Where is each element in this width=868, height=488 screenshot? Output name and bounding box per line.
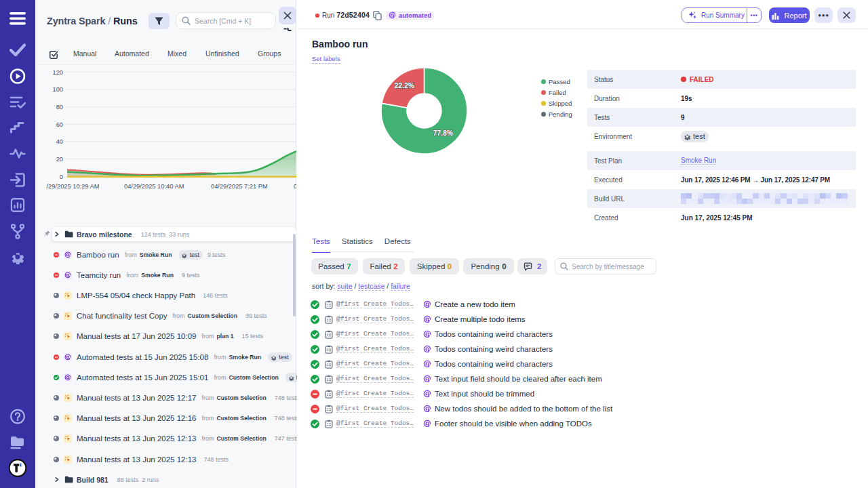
svg-text:120: 120 xyxy=(52,69,63,76)
svg-text:60: 60 xyxy=(56,121,63,128)
svg-text:04/29/2025 7:21 PM: 04/29/2025 7:21 PM xyxy=(211,183,268,190)
svg-text:0: 0 xyxy=(60,174,63,180)
svg-text:40: 40 xyxy=(56,138,63,145)
svg-text:22.2%: 22.2% xyxy=(395,82,414,89)
svg-text:77.8%: 77.8% xyxy=(433,129,453,137)
svg-text:100: 100 xyxy=(52,86,63,93)
svg-text:04/29/2025 10:40 AM: 04/29/2025 10:40 AM xyxy=(124,183,184,190)
svg-text:0: 0 xyxy=(294,183,296,190)
svg-text:/29/2025 10:29 AM: /29/2025 10:29 AM xyxy=(47,183,100,190)
svg-text:20: 20 xyxy=(56,156,63,163)
svg-text:80: 80 xyxy=(56,104,63,110)
